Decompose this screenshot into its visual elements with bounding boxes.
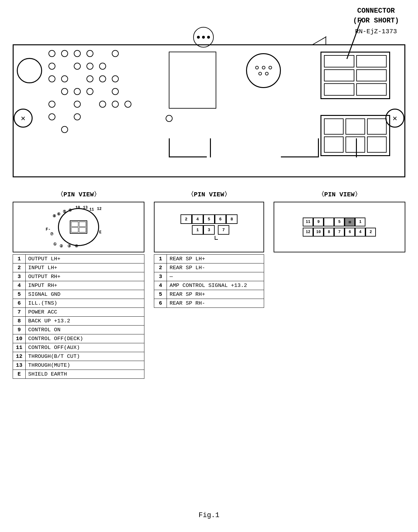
small-connector-circle bbox=[193, 27, 214, 48]
pin-number: 2 bbox=[154, 263, 167, 272]
wire-v1 bbox=[169, 138, 170, 157]
pin-label: REAR SP RH+ bbox=[167, 290, 264, 299]
pin-number: 6 bbox=[154, 299, 167, 308]
pin-number: 4 bbox=[13, 281, 26, 290]
pin-label: AMP CONTROL SIGNAL +13.2 bbox=[167, 281, 264, 290]
table-row: 7POWER ACC bbox=[13, 308, 144, 317]
wire-v4 bbox=[356, 138, 357, 157]
table-row: 13THROUGH(MUTE) bbox=[13, 361, 144, 370]
pin-number: 1 bbox=[154, 255, 167, 263]
table-row: 11CONTROL OFF(AUX) bbox=[13, 343, 144, 352]
pin-number: 1 bbox=[13, 255, 26, 263]
pin-label: CONTROL ON bbox=[26, 326, 144, 334]
pin-label: INPUT RH+ bbox=[26, 281, 144, 290]
pin-label: CONTROL OFF(AUX) bbox=[26, 343, 144, 352]
table-row: 4AMP CONTROL SIGNAL +13.2 bbox=[154, 281, 264, 290]
dot-grid bbox=[48, 50, 131, 133]
unit-diagram: ✕ bbox=[13, 44, 405, 177]
pin-number: 5 bbox=[154, 290, 167, 299]
pin-label: BACK UP +13.2 bbox=[26, 317, 144, 326]
table-row: 6REAR SP RH- bbox=[154, 299, 264, 308]
pin-label: ILL.(TNS) bbox=[26, 299, 144, 308]
pin-label: OUTPUT LH+ bbox=[26, 255, 144, 263]
pin-label: CONTROL OFF(DECK) bbox=[26, 334, 144, 343]
pin-view-label-3: 〈PIN VIEW〉 bbox=[274, 190, 405, 199]
pin-label: REAR SP LH- bbox=[167, 263, 264, 272]
table-row: 3OUTPUT RH+ bbox=[13, 272, 144, 281]
table-row: 3— bbox=[154, 272, 264, 281]
pin-label: THROUGH(MUTE) bbox=[26, 361, 144, 370]
pin-number: 4 bbox=[154, 281, 167, 290]
connector-diagram-2: 2 4 5 6 8 1 3 7 bbox=[154, 202, 264, 252]
rect-connector-top bbox=[320, 52, 390, 99]
table-row: 5SIGNAL GND bbox=[13, 290, 144, 299]
table-row: 1REAR SP LH+ bbox=[154, 255, 264, 263]
table-row: 5REAR SP RH+ bbox=[154, 290, 264, 299]
pin-section: 〈PIN VIEW〉 10 13 11 12 ⑨ bbox=[13, 190, 405, 379]
pin-number: 9 bbox=[13, 326, 26, 334]
pin-label: OUTPUT RH+ bbox=[26, 272, 144, 281]
pin-view-label-1: 〈PIN VIEW〉 bbox=[13, 190, 144, 199]
table-row: 1OUTPUT LH+ bbox=[13, 255, 144, 263]
pin-column-3: 〈PIN VIEW〉 11 9 5 ⊠ 1 12 10 8 bbox=[274, 190, 405, 379]
round-connector bbox=[246, 53, 281, 88]
table-row: ESHIELD EARTH bbox=[13, 370, 144, 379]
fig-label: Fig.1 bbox=[199, 511, 219, 519]
pin-number: 3 bbox=[154, 272, 167, 281]
pin-number: 12 bbox=[13, 352, 26, 361]
pin-number: 7 bbox=[13, 308, 26, 317]
wire-h2 bbox=[281, 156, 319, 157]
pin-label: SHIELD EARTH bbox=[26, 370, 144, 379]
single-dot bbox=[166, 115, 173, 122]
pin-label: POWER ACC bbox=[26, 308, 144, 317]
table-row: 9CONTROL ON bbox=[13, 326, 144, 334]
pin-column-1: 〈PIN VIEW〉 10 13 11 12 ⑨ bbox=[13, 190, 144, 379]
connector-diagram-3: 11 9 5 ⊠ 1 12 10 8 7 6 4 2 bbox=[274, 202, 405, 252]
pin-number: 10 bbox=[13, 334, 26, 343]
page: CONNECTOR (FOR SHORT) RN-EjZ-1373 ✕ bbox=[0, 0, 418, 532]
table-row: 12THROUGH(B/T CUT) bbox=[13, 352, 144, 361]
cross-right-symbol: ✕ bbox=[385, 109, 404, 128]
table-row: 4INPUT RH+ bbox=[13, 281, 144, 290]
pin-table-1: 1OUTPUT LH+2INPUT LH+3OUTPUT RH+4INPUT R… bbox=[13, 254, 144, 379]
wire-h1 bbox=[169, 156, 207, 157]
pin-number: 2 bbox=[13, 263, 26, 272]
wire-v2 bbox=[210, 138, 211, 157]
mid-connector-box bbox=[169, 52, 216, 109]
pin-label: REAR SP RH- bbox=[167, 299, 264, 308]
pin-label: REAR SP LH+ bbox=[167, 255, 264, 263]
cross-left-symbol: ✕ bbox=[14, 109, 33, 128]
pin-number: 13 bbox=[13, 361, 26, 370]
pin-number: 11 bbox=[13, 343, 26, 352]
table-row: 10CONTROL OFF(DECK) bbox=[13, 334, 144, 343]
pin-number: 5 bbox=[13, 290, 26, 299]
pin-number: 3 bbox=[13, 272, 26, 281]
pin-label: INPUT LH+ bbox=[26, 263, 144, 272]
pin-column-2: 〈PIN VIEW〉 2 4 5 6 8 1 3 7 bbox=[154, 190, 264, 379]
pin-label: THROUGH(B/T CUT) bbox=[26, 352, 144, 361]
pin-table-2: 1REAR SP LH+2REAR SP LH-3—4AMP CONTROL S… bbox=[154, 254, 264, 308]
pin-number: 6 bbox=[13, 299, 26, 308]
table-row: 6ILL.(TNS) bbox=[13, 299, 144, 308]
table-row: 2INPUT LH+ bbox=[13, 263, 144, 272]
pin-view-label-2: 〈PIN VIEW〉 bbox=[154, 190, 264, 199]
rect-connector-bottom bbox=[320, 115, 390, 156]
pin-label: SIGNAL GND bbox=[26, 290, 144, 299]
wire-v3 bbox=[318, 138, 319, 157]
pin-num-10: 10 bbox=[75, 206, 80, 210]
table-row: 2REAR SP LH- bbox=[154, 263, 264, 272]
pin-label: — bbox=[167, 272, 264, 281]
pin-number: E bbox=[13, 370, 26, 379]
pin-number: 8 bbox=[13, 317, 26, 326]
table-row: 8BACK UP +13.2 bbox=[13, 317, 144, 326]
big-circle-left bbox=[17, 58, 42, 83]
connector-diagram-1: 10 13 11 12 ⑨ ⑤ ⑥ ⑧ ⑦ ① ② ③ ④ E F- bbox=[13, 202, 144, 252]
